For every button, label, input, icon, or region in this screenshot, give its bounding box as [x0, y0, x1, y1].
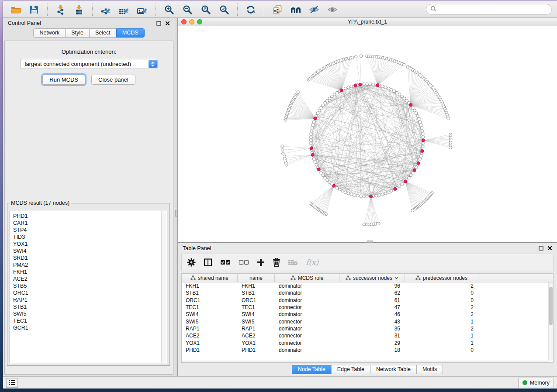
- cell-predecessor-nodes[interactable]: 1: [405, 333, 478, 339]
- table-row[interactable]: SWI5SWI5connector431: [182, 318, 553, 325]
- cell-name[interactable]: RAP1: [238, 326, 275, 332]
- optimization-criterion-select[interactable]: largest connected component (undirected): [21, 59, 158, 69]
- mcds-list-scrollbar[interactable]: [161, 211, 167, 363]
- cell-MCDS-role[interactable]: connector: [275, 333, 339, 339]
- tab-mcds[interactable]: MCDS: [116, 28, 145, 38]
- export-network-icon[interactable]: [99, 3, 113, 16]
- close-window-icon[interactable]: [181, 19, 187, 24]
- float-panel-icon[interactable]: [156, 21, 161, 26]
- cell-MCDS-role[interactable]: dominator: [275, 297, 339, 303]
- export-image-icon[interactable]: [135, 3, 149, 16]
- column-header-successor-nodes[interactable]: successor nodes: [339, 274, 405, 282]
- cell-name[interactable]: STB1: [238, 290, 275, 296]
- mcds-result-item[interactable]: STB5: [13, 282, 167, 289]
- table-row[interactable]: STB1STB1dominator620: [182, 289, 553, 296]
- cell-predecessor-nodes[interactable]: 0: [405, 347, 478, 353]
- table-row[interactable]: PHD1PHD1dominator180: [182, 347, 553, 354]
- mcds-result-item[interactable]: SRD1: [13, 254, 167, 261]
- cell-successor-nodes[interactable]: 35: [339, 326, 405, 332]
- cell-predecessor-nodes[interactable]: 2: [405, 311, 478, 317]
- table-row[interactable]: ACE2ACE2connector311: [182, 332, 553, 339]
- mcds-result-item[interactable]: FKH1: [13, 268, 167, 275]
- table-row[interactable]: RAP1RAP1dominator352: [182, 325, 553, 332]
- memory-button[interactable]: Memory: [518, 378, 554, 388]
- mcds-result-item[interactable]: TEC1: [13, 317, 167, 324]
- cell-name[interactable]: SWI5: [238, 319, 275, 325]
- cell-shared-name[interactable]: RAP1: [182, 326, 238, 332]
- mcds-result-item[interactable]: CAR1: [13, 220, 167, 227]
- zoom-in-icon[interactable]: [162, 3, 176, 16]
- table-row[interactable]: SWI4SWI4dominator462: [182, 311, 553, 318]
- cell-shared-name[interactable]: ACE2: [182, 333, 238, 339]
- cell-name[interactable]: YOX1: [238, 340, 275, 346]
- cell-shared-name[interactable]: STB1: [182, 290, 238, 296]
- cell-MCDS-role[interactable]: dominator: [275, 311, 339, 317]
- mcds-result-item[interactable]: STP4: [13, 227, 167, 234]
- run-mcds-button[interactable]: Run MCDS: [42, 75, 85, 85]
- network-window-titlebar[interactable]: YPA_prune.txt_1: [178, 18, 557, 26]
- zoom-out-icon[interactable]: [180, 3, 194, 16]
- export-table-icon[interactable]: [117, 3, 131, 16]
- column-header-MCDS-role[interactable]: MCDS role: [275, 274, 339, 282]
- cell-successor-nodes[interactable]: 47: [339, 304, 405, 310]
- mcds-result-item[interactable]: PMA2: [13, 261, 167, 268]
- tab-network-table[interactable]: Network Table: [370, 365, 417, 374]
- column-header-shared-name[interactable]: shared name: [182, 274, 238, 282]
- table-row[interactable]: YOX1YOX1connector291: [182, 339, 553, 346]
- cell-MCDS-role[interactable]: connector: [275, 304, 339, 310]
- table-scrollbar-thumb[interactable]: [549, 287, 553, 325]
- import-table-icon[interactable]: [72, 3, 86, 16]
- create-column-icon[interactable]: [257, 258, 265, 266]
- cell-MCDS-role[interactable]: connector: [275, 319, 339, 325]
- panel-splitter[interactable]: [175, 18, 178, 376]
- cell-predecessor-nodes[interactable]: 1: [405, 319, 478, 325]
- import-network-icon[interactable]: [54, 3, 68, 16]
- delete-columns-icon[interactable]: [273, 258, 280, 267]
- mcds-result-item[interactable]: GCR1: [13, 324, 167, 331]
- cell-name[interactable]: ORC1: [238, 297, 275, 303]
- tab-motifs[interactable]: Motifs: [416, 365, 443, 374]
- mcds-result-item[interactable]: ACE2: [13, 275, 167, 282]
- horizontal-splitter-handle[interactable]: [367, 241, 373, 243]
- mcds-result-list[interactable]: PHD1CAR1STP4TID3YOX1SWI4SRD1PMA2FKH1ACE2…: [10, 211, 167, 363]
- cell-name[interactable]: TEC1: [238, 304, 275, 310]
- mcds-result-item[interactable]: YOX1: [13, 241, 167, 248]
- cell-name[interactable]: SWI4: [238, 311, 275, 317]
- table-row[interactable]: FKH1FKH1dominator962: [182, 282, 553, 289]
- tab-select[interactable]: Select: [89, 28, 117, 38]
- duplicate-network-icon[interactable]: [270, 3, 284, 16]
- cell-successor-nodes[interactable]: 31: [339, 333, 405, 339]
- maximize-window-icon[interactable]: [197, 19, 202, 24]
- mcds-result-item[interactable]: SWI4: [13, 248, 167, 254]
- cell-MCDS-role[interactable]: dominator: [275, 326, 339, 332]
- cell-name[interactable]: ACE2: [238, 333, 275, 339]
- zoom-selected-icon[interactable]: [217, 3, 231, 16]
- mcds-result-item[interactable]: ORC1: [13, 289, 167, 296]
- cell-predecessor-nodes[interactable]: 0: [405, 290, 478, 296]
- mcds-result-item[interactable]: TID3: [13, 234, 167, 241]
- cell-MCDS-role[interactable]: dominator: [275, 290, 339, 296]
- open-session-icon[interactable]: [9, 3, 23, 16]
- cell-successor-nodes[interactable]: 62: [339, 290, 405, 296]
- cell-name[interactable]: PHD1: [238, 347, 275, 353]
- task-history-button[interactable]: [6, 378, 18, 388]
- tab-network[interactable]: Network: [33, 28, 66, 38]
- cell-MCDS-role[interactable]: dominator: [275, 347, 339, 353]
- deselect-all-icon[interactable]: [239, 259, 249, 265]
- cell-successor-nodes[interactable]: 61: [339, 297, 405, 303]
- cell-predecessor-nodes[interactable]: 0: [405, 297, 478, 303]
- close-panel-icon[interactable]: [165, 21, 170, 26]
- network-graph[interactable]: [178, 26, 557, 242]
- tab-edge-table[interactable]: Edge Table: [331, 365, 370, 374]
- cell-shared-name[interactable]: TEC1: [182, 304, 238, 310]
- save-session-icon[interactable]: [27, 3, 41, 16]
- cell-successor-nodes[interactable]: 18: [339, 347, 405, 353]
- table-row[interactable]: TEC1TEC1connector472: [182, 304, 553, 311]
- cell-shared-name[interactable]: ORC1: [182, 297, 238, 303]
- cell-predecessor-nodes[interactable]: 2: [405, 283, 478, 289]
- cell-predecessor-nodes[interactable]: 2: [405, 326, 478, 332]
- table-scrollbar[interactable]: [548, 282, 553, 361]
- mcds-result-item[interactable]: STB1: [13, 303, 167, 310]
- tab-node-table[interactable]: Node Table: [292, 365, 332, 374]
- column-header-predecessor-nodes[interactable]: predecessor nodes: [405, 274, 478, 282]
